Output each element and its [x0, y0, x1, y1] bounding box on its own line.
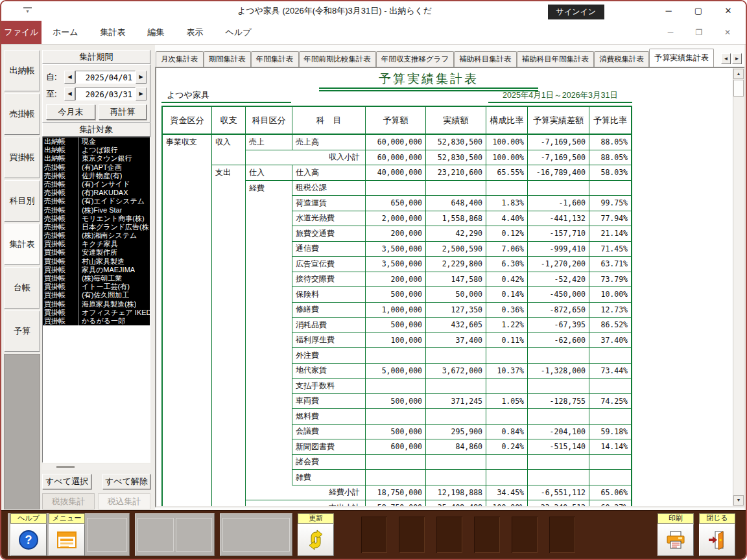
print-button[interactable]: 印刷 — [658, 513, 694, 556]
cell-budget-amount: 5,000,000 — [365, 364, 425, 379]
nav-tab-出納帳[interactable]: 出納帳 — [4, 50, 40, 91]
menu-file[interactable]: ファイル — [1, 21, 42, 44]
report-tab-年間集計表[interactable]: 年間集計表 — [251, 51, 299, 67]
target-list-item[interactable]: 買掛帳(株)毎朝工業 — [43, 274, 150, 283]
cell-fund-category — [163, 181, 211, 196]
target-list-item[interactable]: 売掛帳(有)エイドシステム — [43, 197, 150, 205]
report-tab-年間前期比較集計表[interactable]: 年間前期比較集計表 — [299, 51, 377, 67]
report-tab-年間収支推移グラフ[interactable]: 年間収支推移グラフ — [376, 51, 454, 67]
to-next-icon[interactable]: ▶ — [136, 88, 147, 100]
menu-home[interactable]: ホーム — [42, 21, 89, 44]
to-date-field[interactable]: 2026/03/31 — [75, 88, 136, 100]
month-end-button[interactable]: 今月末 — [46, 104, 95, 120]
refresh-button[interactable]: 更新 — [298, 513, 334, 556]
target-list-item[interactable]: 買掛帳かるがる一郎 — [43, 317, 150, 325]
target-list-item[interactable]: 売掛帳(株)Five Star — [43, 206, 150, 215]
vscroll-thumb[interactable] — [733, 80, 744, 97]
toolbar-dark-slots — [361, 517, 575, 553]
report-region: 月次集計表期間集計表年間集計表年間前期比較集計表年間収支推移グラフ補助科目集計表… — [155, 45, 744, 510]
recalc-button[interactable]: 再計算 — [99, 104, 147, 120]
nav-tab-予算[interactable]: 予算 — [4, 310, 40, 352]
close-icon[interactable]: ✕ — [713, 1, 743, 21]
signin-button[interactable]: サインイン — [548, 5, 604, 19]
cell-account-category — [245, 257, 292, 272]
cell-subtotal-label: 経費小計 — [245, 485, 365, 501]
nav-tab-台帳[interactable]: 台帳 — [4, 267, 40, 309]
nav-tab-集計表[interactable]: 集計表 — [4, 224, 40, 265]
tax-included-button[interactable]: 税込集計 — [98, 493, 150, 509]
report-tab-予算実績集計表[interactable]: 予算実績集計表 — [649, 49, 714, 67]
menu-report[interactable]: 集計表 — [89, 21, 137, 44]
mdi-restore-icon[interactable]: ❐ — [685, 21, 713, 44]
minimize-icon[interactable]: ─ — [654, 1, 683, 21]
scroll-down-icon[interactable]: ▼ — [733, 495, 744, 506]
toolbar-empty-slot — [474, 517, 500, 553]
menu-view[interactable]: 表示 — [176, 21, 215, 44]
table-row: 経費小計18,750,00012,198,88834.45%-6,551,112… — [163, 485, 631, 501]
to-prev-icon[interactable]: ◀ — [64, 88, 75, 100]
target-hscrollbar[interactable] — [42, 464, 150, 470]
target-list-item[interactable]: 買掛帳海原家具製造(株) — [43, 300, 150, 309]
report-tab-消費税集計表[interactable]: 消費税集計表 — [594, 51, 649, 67]
cell-income-expense — [211, 348, 245, 364]
cell-fund-category — [163, 485, 211, 501]
deselect-all-button[interactable]: すべて解除 — [102, 474, 150, 489]
tab-scroll-right-icon[interactable]: ► — [732, 53, 742, 64]
report-tab-月次集計表[interactable]: 月次集計表 — [156, 51, 204, 67]
target-list-item[interactable]: 売掛帳(有)インサイド — [43, 180, 150, 189]
cell-actual-amount: 127,350 — [425, 303, 486, 318]
report-tab-補助科目年間集計表[interactable]: 補助科目年間集計表 — [517, 51, 595, 67]
target-list-item[interactable]: 買掛帳オフィスチェア IKED — [43, 309, 150, 317]
cell-fund-category — [163, 425, 211, 440]
report-vscrollbar[interactable]: ▲ ▼ — [733, 68, 744, 506]
target-list-item[interactable]: 買掛帳村山家具製造 — [43, 257, 150, 266]
from-date-field[interactable]: 2025/04/01 — [75, 71, 136, 84]
target-list-item[interactable]: 買掛帳イトー工芸(有) — [43, 283, 150, 291]
target-list-item[interactable]: 出納帳よつば銀行 — [43, 146, 150, 154]
toolbar-empty-slot — [222, 518, 290, 552]
report-page: 予算実績集計表 よつや家具 2025年4月1日～2026年3月31日 資金区分収… — [156, 68, 733, 506]
help-button[interactable]: ヘルプ ? — [10, 513, 47, 556]
mdi-close-icon[interactable]: ✕ — [713, 21, 742, 44]
menu-help[interactable]: ヘルプ — [215, 21, 263, 44]
cell-budget-amount — [365, 455, 425, 471]
cell-fund-category — [163, 287, 211, 303]
menu-edit[interactable]: 編集 — [137, 21, 176, 44]
nav-tab-売掛帳[interactable]: 売掛帳 — [4, 93, 40, 135]
cell-budget-ratio: 10.00% — [589, 287, 631, 303]
target-list-item[interactable]: 買掛帳家具のMAEJIMA — [43, 266, 150, 274]
target-list-item[interactable]: 売掛帳佐井物産(有) — [43, 172, 150, 180]
nav-tab-科目別[interactable]: 科目別 — [4, 180, 40, 222]
report-tab-期間集計表[interactable]: 期間集計表 — [204, 51, 252, 67]
print-icon — [665, 530, 686, 550]
cell-actual-amount: 648,400 — [425, 196, 486, 211]
cell-account-category: 仕入 — [245, 165, 292, 181]
tab-scroll-left-icon[interactable]: ◄ — [721, 53, 731, 64]
target-list-item[interactable]: 買掛帳キクチ家具 — [43, 240, 150, 248]
from-next-icon[interactable]: ▶ — [136, 71, 147, 84]
close-window-button[interactable]: 閉じる — [699, 513, 735, 556]
target-list-item[interactable]: 売掛帳(有)APT企画 — [43, 163, 150, 172]
target-list-item[interactable]: 出納帳東京タウン銀行 — [43, 154, 150, 163]
menu-button[interactable]: メニュー — [49, 513, 85, 556]
cell-actual-amount: 84,860 — [425, 439, 486, 455]
target-list-item[interactable]: 売掛帳(有)RAKUDAX — [43, 189, 150, 197]
from-prev-icon[interactable]: ◀ — [64, 71, 75, 84]
quick-access-icon[interactable]: ▾ — [23, 7, 32, 14]
maximize-icon[interactable]: ▢ — [683, 1, 713, 21]
target-list-item[interactable]: 出納帳現金 — [43, 137, 150, 146]
report-tab-補助科目集計表[interactable]: 補助科目集計表 — [454, 51, 517, 67]
scroll-up-icon[interactable]: ▲ — [733, 69, 744, 79]
nav-tab-買掛帳[interactable]: 買掛帳 — [4, 137, 40, 178]
target-list-item[interactable]: 売掛帳モリエント商事(株) — [43, 215, 150, 223]
hscroll-thumb[interactable] — [56, 466, 75, 468]
target-list-item[interactable]: 売掛帳日本グランド広告(株 — [43, 223, 150, 231]
target-listbox[interactable]: 出納帳現金出納帳よつば銀行出納帳東京タウン銀行売掛帳(有)APT企画売掛帳佐井物… — [42, 137, 150, 463]
target-list-item[interactable]: 買掛帳(有)佐久間加工 — [43, 291, 150, 299]
select-all-button[interactable]: すべて選択 — [42, 474, 91, 489]
target-list-item[interactable]: 売掛帳(株)湘南システム — [43, 231, 150, 240]
mdi-minimize-icon[interactable]: ─ — [656, 21, 685, 44]
cell-budget-amount: 3,500,000 — [365, 242, 425, 257]
tax-excluded-button[interactable]: 税抜集計 — [42, 493, 95, 509]
target-list-item[interactable]: 買掛帳安達製作所 — [43, 248, 150, 257]
